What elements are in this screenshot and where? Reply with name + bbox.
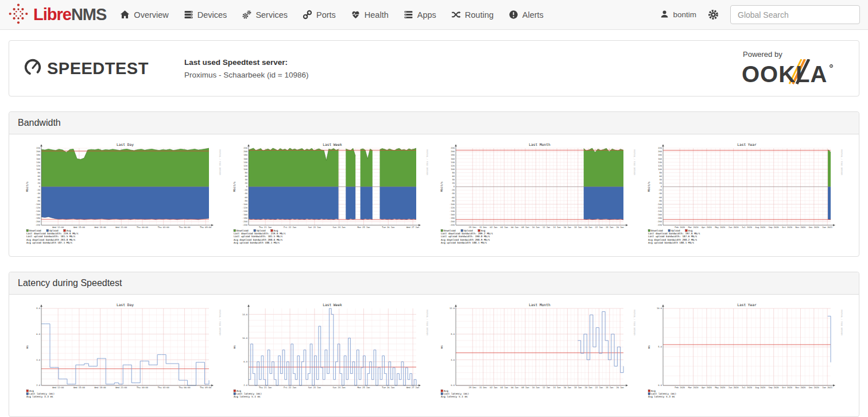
svg-text:May 2020: May 2020	[715, 226, 725, 229]
nav-alerts[interactable]: Alerts	[509, 10, 544, 20]
svg-text:Mon 25 Jan: Mon 25 Jan	[357, 226, 370, 229]
svg-text:0.0: 0.0	[658, 384, 662, 387]
svg-text:-180: -180	[657, 217, 662, 219]
svg-text:-160: -160	[450, 214, 455, 216]
svg-text:Fri 22 Jan: Fri 22 Jan	[284, 226, 296, 229]
svg-text:40: 40	[660, 179, 662, 181]
svg-text:60: 60	[452, 175, 455, 177]
latency-panel: Latency during Speedtest Last DaymsRRDTO…	[9, 272, 859, 417]
svg-text:60: 60	[38, 175, 40, 177]
nav-services[interactable]: Services	[242, 10, 288, 20]
svg-text:18 Jan: 18 Jan	[574, 226, 582, 229]
svg-text:Jan 2021: Jan 2021	[822, 387, 832, 389]
svg-text:-60: -60	[451, 196, 455, 199]
svg-text:Thu 06:00: Thu 06:00	[179, 226, 190, 229]
svg-text:180: 180	[451, 154, 455, 156]
graph-bandwidth-week[interactable]: Last WeekMbit/sRRDTOOL / TOBI OETIKER-22…	[231, 141, 429, 249]
svg-text:-160: -160	[35, 214, 40, 216]
svg-text:140: 140	[36, 161, 40, 164]
svg-text:5.0: 5.0	[658, 346, 662, 348]
svg-text:06 Jan: 06 Jan	[511, 387, 518, 389]
svg-text:-220: -220	[450, 224, 455, 226]
graph-bandwidth-year[interactable]: Last YearMbit/sRRDTOOL / TOBI OETIKER-22…	[646, 141, 844, 249]
svg-text:31 Dec: 31 Dec	[479, 387, 487, 389]
graph-latency-year[interactable]: Last YearmsRRDTOOL / TOBI OETIKER0.05.01…	[646, 302, 844, 410]
bandwidth-panel: Bandwidth Last DayMbit/sRRDTOOL / TOBI O…	[9, 111, 859, 257]
svg-text:Mbit/s: Mbit/s	[440, 182, 443, 192]
nav-routing[interactable]: Routing	[451, 10, 494, 20]
svg-text:Last Week: Last Week	[323, 303, 342, 307]
svg-text:80: 80	[660, 172, 662, 174]
home-icon	[120, 10, 130, 20]
svg-text:Jul 2020: Jul 2020	[742, 387, 752, 389]
svg-text:ms: ms	[440, 345, 443, 349]
settings-gear-icon[interactable]	[708, 9, 719, 20]
svg-text:220: 220	[243, 147, 247, 149]
svg-text:200: 200	[451, 150, 455, 153]
speedtest-server-panel: SPEEDTEST Last used Speedtest server: Pr…	[9, 40, 859, 96]
nav-health[interactable]: Health	[351, 10, 389, 20]
svg-text:100: 100	[36, 168, 40, 171]
svg-text:Wed 27 Jan: Wed 27 Jan	[406, 226, 419, 229]
svg-text:Wed 21:00: Wed 21:00	[115, 226, 127, 229]
svg-text:80: 80	[245, 172, 247, 174]
svg-text:140: 140	[451, 161, 455, 164]
svg-text:Avg latency 3.3 ms: Avg latency 3.3 ms	[26, 395, 53, 398]
svg-text:Oct 2020: Oct 2020	[782, 387, 792, 389]
svg-text:Sep 2020: Sep 2020	[769, 226, 779, 229]
svg-text:Mbit/s: Mbit/s	[232, 182, 236, 192]
svg-text:Last Day: Last Day	[117, 303, 134, 307]
nav-ports[interactable]: Ports	[303, 10, 336, 20]
graph-latency-day[interactable]: Last DaymsRRDTOOL / TOBI OETIKER2.04.06.…	[24, 302, 222, 410]
last-used-server-label: Last used Speedtest server:	[184, 58, 308, 67]
svg-text:Last Month: Last Month	[529, 303, 551, 307]
svg-text:Mbit/s: Mbit/s	[25, 182, 29, 192]
svg-text:May 2020: May 2020	[715, 387, 725, 389]
graph-bandwidth-month[interactable]: Last MonthMbit/sRRDTOOL / TOBI OETIKER-2…	[439, 141, 637, 249]
svg-text:Wed 18:00: Wed 18:00	[95, 387, 106, 389]
svg-text:-20: -20	[36, 189, 40, 191]
user-menu[interactable]: bontim	[660, 10, 696, 20]
svg-text:RRDTOOL / TOBI OETIKER: RRDTOOL / TOBI OETIKER	[426, 149, 428, 176]
svg-text:Dec 2020: Dec 2020	[809, 387, 819, 389]
svg-text:10 Jan: 10 Jan	[532, 226, 540, 229]
svg-text:-200: -200	[657, 221, 662, 223]
svg-text:-120: -120	[35, 207, 40, 209]
librenms-logo[interactable]: LibreNMS	[8, 3, 106, 26]
nav-devices[interactable]: Devices	[184, 10, 227, 20]
svg-text:-180: -180	[450, 217, 455, 219]
svg-text:Avg latency 5.1 ms: Avg latency 5.1 ms	[441, 395, 468, 398]
svg-text:16 Jan: 16 Jan	[564, 226, 571, 229]
last-used-server-value: Proximus - Schaarbeek (id = 10986)	[184, 71, 308, 79]
global-search-input[interactable]	[730, 5, 860, 24]
svg-text:Wed 12:00: Wed 12:00	[52, 387, 64, 389]
svg-text:160: 160	[243, 158, 247, 160]
svg-text:Jun 2020: Jun 2020	[728, 226, 739, 229]
svg-text:RRDTOOL / TOBI OETIKER: RRDTOOL / TOBI OETIKER	[633, 149, 636, 176]
svg-text:24 Jan: 24 Jan	[606, 387, 613, 389]
svg-text:Wed 15:00: Wed 15:00	[73, 226, 85, 229]
svg-text:160: 160	[658, 158, 662, 160]
user-icon	[660, 10, 669, 20]
svg-text:04 Jan: 04 Jan	[501, 226, 508, 229]
main-nav: Overview Devices Services Ports Health A…	[120, 10, 544, 20]
graph-latency-week[interactable]: Last WeekmsRRDTOOL / TOBI OETIKER2.06.01…	[231, 302, 429, 410]
svg-text:-140: -140	[35, 210, 40, 213]
svg-text:-100: -100	[35, 203, 40, 206]
svg-text:Mar 2020: Mar 2020	[688, 387, 699, 389]
svg-text:-220: -220	[657, 224, 662, 226]
svg-text:16 Jan: 16 Jan	[564, 387, 571, 389]
speedtest-logo-text: SPEEDTEST	[47, 59, 149, 78]
svg-text:Sat 23 Jan: Sat 23 Jan	[308, 226, 321, 229]
svg-text:RRDTOOL / TOBI OETIKER: RRDTOOL / TOBI OETIKER	[426, 310, 428, 336]
graph-bandwidth-day[interactable]: Last DayMbit/sRRDTOOL / TOBI OETIKER-220…	[24, 141, 222, 249]
svg-text:Thu 03:00: Thu 03:00	[158, 387, 169, 389]
svg-text:Sun 24 Jan: Sun 24 Jan	[333, 387, 346, 389]
svg-text:Last Year: Last Year	[737, 303, 757, 307]
nav-overview[interactable]: Overview	[120, 10, 168, 20]
svg-text:-60: -60	[658, 196, 662, 199]
svg-text:200: 200	[36, 150, 40, 153]
nav-apps[interactable]: Apps	[404, 10, 436, 20]
svg-text:Last Month: Last Month	[529, 142, 551, 146]
graph-latency-month[interactable]: Last MonthmsRRDTOOL / TOBI OETIKER0.04.0…	[439, 302, 637, 410]
